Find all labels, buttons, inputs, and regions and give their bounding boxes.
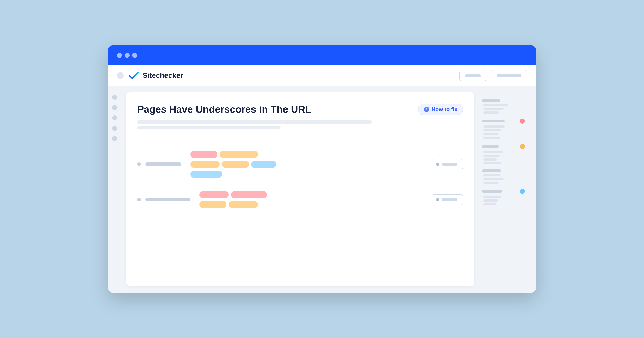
tag-pink-3 (231, 191, 267, 198)
rs-sub-bar-1-3 (483, 111, 499, 114)
separator (137, 139, 463, 139)
rs-sub-bar-5-3 (483, 203, 496, 205)
browser-dots (117, 53, 137, 58)
logo-area: Sitechecker (128, 71, 183, 80)
tags-line-1-2 (190, 161, 427, 168)
tags-line-1-3 (190, 170, 427, 178)
tags-line-1-1 (190, 151, 427, 158)
row-tags-2 (200, 191, 427, 208)
rs-sub-bar-1-1 (483, 104, 508, 106)
main-body: Pages Have Underscores in The URL ? How … (108, 86, 536, 293)
browser-content: Sitechecker (108, 65, 536, 293)
rs-sub-5 (482, 195, 525, 205)
action-dot-2 (436, 198, 440, 201)
question-mark: ? (426, 108, 428, 111)
browser-dot-2 (124, 53, 130, 58)
sidebar-dot-1 (112, 95, 117, 100)
rs-sub-bar-2-3 (483, 133, 498, 135)
tag-blue-1 (251, 161, 276, 168)
card-title: Pages Have Underscores in The URL (137, 104, 413, 115)
rs-sub-bar-1-2 (483, 108, 504, 110)
nav-back-circle (117, 72, 124, 79)
how-to-fix-icon: ? (424, 107, 429, 112)
nav-button-1[interactable] (460, 70, 486, 81)
how-to-fix-button[interactable]: ? How to fix (418, 104, 463, 115)
sidebar-dot-2 (112, 105, 117, 110)
nav-btn-bar-1 (465, 74, 481, 77)
desc-bar-1 (137, 120, 372, 124)
row-indicator-2 (137, 198, 141, 201)
rs-badge-blue (520, 189, 525, 194)
sidebar-dot-4 (112, 126, 117, 131)
table-row (137, 145, 463, 184)
rs-sub-1 (482, 104, 525, 114)
rs-sub-4 (482, 174, 525, 184)
nav-btn-bar-2 (497, 74, 522, 77)
logo-text: Sitechecker (143, 71, 183, 80)
row-action-2[interactable] (432, 194, 463, 205)
rs-row-4 (482, 169, 525, 172)
row-action-1[interactable] (432, 159, 463, 169)
rs-sub-3 (482, 151, 525, 165)
rs-main-bar-4 (482, 169, 501, 172)
tag-pink-1 (190, 151, 218, 158)
main-content: Pages Have Underscores in The URL ? How … (122, 86, 536, 293)
rs-sub-2 (482, 125, 525, 139)
browser-navbar: Sitechecker (108, 65, 536, 86)
browser-dot-1 (117, 53, 122, 58)
right-sidebar (480, 93, 529, 286)
rs-sub-bar-4-3 (483, 181, 499, 184)
tag-orange-2 (190, 161, 220, 168)
rs-sub-bar-5-1 (483, 195, 501, 198)
tag-orange-4 (200, 201, 226, 208)
card-header: Pages Have Underscores in The URL ? How … (137, 104, 463, 115)
content-card: Pages Have Underscores in The URL ? How … (126, 93, 474, 286)
rs-row-5 (482, 189, 525, 194)
table-area (137, 145, 463, 277)
rs-group-2 (482, 119, 525, 139)
rs-sub-bar-3-1 (483, 151, 503, 153)
rs-row-3 (482, 144, 525, 149)
action-bar-2 (442, 198, 458, 201)
action-dot-1 (436, 163, 440, 166)
tag-blue-2 (190, 170, 222, 178)
desc-bar-2 (137, 126, 280, 129)
rs-sub-bar-3-3 (483, 159, 497, 161)
rs-row-1 (482, 99, 525, 102)
row-label-2 (145, 198, 190, 201)
description-bars (137, 120, 463, 132)
sidebar-dot-3 (112, 115, 117, 120)
row-indicator-1 (137, 163, 141, 166)
rs-sub-bar-5-2 (483, 199, 498, 202)
tag-pink-2 (200, 191, 229, 198)
tag-orange-3 (222, 161, 249, 168)
rs-group-3 (482, 144, 525, 165)
rs-main-bar-3 (482, 145, 499, 148)
nav-button-2[interactable] (491, 70, 527, 81)
rs-main-bar-2 (482, 120, 504, 122)
rs-group-4 (482, 169, 525, 184)
rs-sub-bar-3-2 (483, 155, 500, 157)
browser-window: Sitechecker (108, 45, 536, 293)
rs-sub-bar-4-1 (483, 174, 500, 176)
rs-group-5 (482, 189, 525, 205)
rs-sub-bar-2-2 (483, 129, 501, 131)
left-sidebar (108, 86, 122, 293)
rs-row-2 (482, 119, 525, 124)
rs-main-bar-1 (482, 99, 500, 102)
tag-orange-5 (229, 201, 258, 208)
how-to-fix-label: How to fix (432, 106, 458, 113)
row-label-1 (145, 163, 182, 166)
rs-group-1 (482, 99, 525, 114)
logo-icon (128, 71, 140, 80)
sidebar-dot-5 (112, 136, 117, 141)
row-tags-1 (190, 151, 427, 178)
tags-line-2-2 (200, 201, 427, 208)
rs-badge-red (520, 119, 525, 124)
browser-titlebar (108, 45, 536, 65)
tag-orange-1 (220, 151, 258, 158)
rs-sub-bar-3-4 (483, 162, 501, 165)
rs-sub-bar-2-1 (483, 125, 505, 128)
rs-sub-bar-2-4 (483, 137, 500, 139)
rs-badge-orange (520, 144, 525, 149)
